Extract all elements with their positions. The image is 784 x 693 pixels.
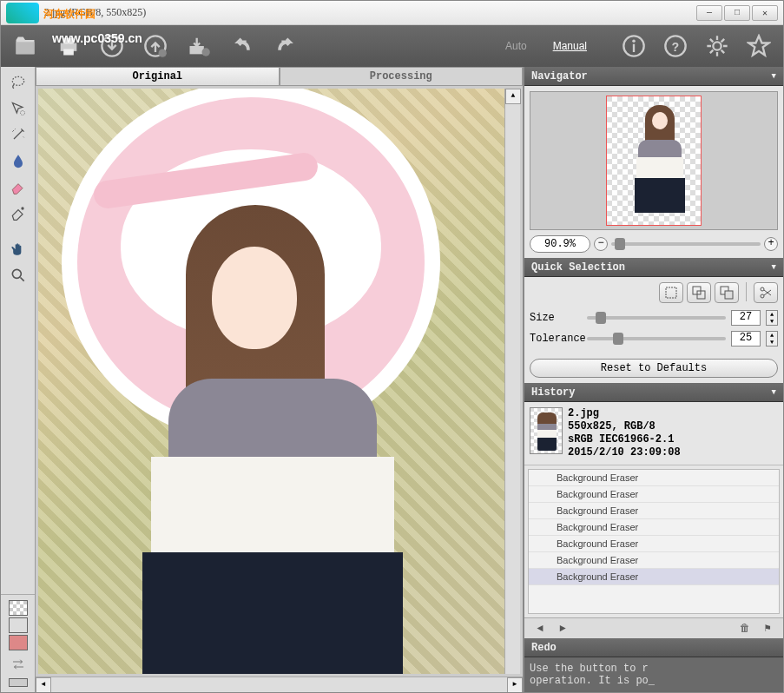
mode-auto[interactable]: Auto — [498, 36, 534, 56]
svg-point-17 — [12, 269, 21, 278]
mode-manual[interactable]: Manual — [546, 36, 594, 56]
zoom-tool[interactable] — [4, 263, 32, 287]
history-panel: 2.jpg 550x825, RGB/8 sRGB IEC61966-2.1 2… — [524, 402, 783, 638]
history-item[interactable]: Background Eraser — [529, 569, 779, 585]
redo-button[interactable] — [270, 30, 301, 62]
help-button[interactable]: ? — [660, 30, 691, 62]
quick-selection-header[interactable]: Quick Selection▼ — [524, 258, 783, 277]
svg-point-5 — [159, 50, 167, 57]
svg-point-23 — [761, 287, 764, 291]
favorite-button[interactable] — [743, 30, 774, 62]
svg-point-9 — [632, 39, 636, 43]
tolerance-slider[interactable] — [587, 337, 726, 340]
navigator-header[interactable]: Navigator▼ — [524, 67, 783, 86]
svg-rect-18 — [666, 287, 676, 298]
tolerance-spinner[interactable]: ▲▼ — [766, 331, 778, 346]
history-profile: sRGB IEC61966-2.1 — [568, 433, 681, 446]
history-item[interactable]: Background Eraser — [529, 470, 779, 486]
selection-subtract-button[interactable] — [715, 282, 739, 303]
drop-tool[interactable] — [4, 148, 32, 173]
undo-button[interactable] — [227, 30, 258, 62]
tab-processing[interactable]: Processing — [280, 67, 524, 86]
export-settings-button[interactable] — [183, 30, 214, 62]
selection-add-button[interactable] — [687, 282, 711, 303]
svg-text:?: ? — [672, 41, 679, 55]
size-value[interactable]: 27 — [731, 310, 761, 326]
color-swatch-2[interactable] — [9, 635, 28, 650]
zoom-out-button[interactable]: − — [594, 237, 608, 251]
watermark-url: www.pc0359.cn — [52, 31, 142, 45]
view-tabs: Original Processing — [36, 67, 523, 86]
history-item[interactable]: Background Eraser — [529, 536, 779, 552]
minimize-button[interactable]: — — [696, 5, 722, 21]
redo-header[interactable]: Redo — [524, 638, 783, 657]
history-header[interactable]: History▼ — [524, 383, 783, 402]
color-swatch-3[interactable] — [9, 678, 28, 687]
redo-title: Redo — [531, 642, 557, 654]
svg-point-14 — [12, 76, 23, 85]
history-footer: ◄ ► 🗑 ⚑ — [524, 617, 783, 638]
zoom-in-button[interactable]: + — [764, 237, 778, 251]
settings-button[interactable] — [702, 30, 733, 62]
navigator-thumbnail — [606, 96, 702, 226]
collapse-icon[interactable]: ▼ — [772, 72, 776, 81]
svg-point-24 — [761, 294, 764, 298]
app-logo-icon — [6, 3, 39, 23]
size-slider[interactable] — [587, 316, 726, 320]
history-item[interactable]: Background Eraser — [529, 519, 779, 536]
history-list[interactable]: Background EraserBackground EraserBackgr… — [528, 469, 780, 614]
navigator-title: Navigator — [531, 70, 588, 82]
history-thumbnail — [530, 407, 563, 454]
svg-rect-2 — [63, 50, 74, 56]
navigator-thumbnail-frame[interactable] — [530, 91, 778, 230]
horizontal-scrollbar[interactable]: ◄► — [36, 676, 523, 692]
maximize-button[interactable]: □ — [724, 5, 750, 21]
swap-colors-icon[interactable] — [4, 652, 32, 676]
lasso-tool[interactable] — [4, 70, 32, 95]
tolerance-value[interactable]: 25 — [731, 331, 761, 346]
collapse-icon[interactable]: ▼ — [772, 263, 776, 272]
svg-point-15 — [20, 111, 24, 116]
quick-select-tool[interactable] — [4, 96, 32, 121]
tolerance-label: Tolerance — [530, 333, 582, 345]
export-button[interactable] — [140, 30, 171, 62]
history-file-info: 2.jpg 550x825, RGB/8 sRGB IEC61966-2.1 2… — [524, 402, 783, 465]
reset-defaults-button[interactable]: Reset to Defaults — [530, 359, 778, 378]
history-filename: 2.jpg — [568, 407, 681, 420]
svg-rect-22 — [725, 291, 733, 299]
history-next-button[interactable]: ► — [554, 621, 571, 637]
transparency-swatch[interactable] — [9, 600, 28, 616]
history-flag-button[interactable]: ⚑ — [759, 621, 776, 637]
history-delete-button[interactable]: 🗑 — [736, 621, 754, 637]
history-item[interactable]: Background Eraser — [529, 503, 779, 519]
history-item[interactable]: Background Eraser — [529, 486, 779, 503]
tab-original[interactable]: Original — [36, 67, 280, 86]
size-spinner[interactable]: ▲▼ — [766, 310, 778, 326]
collapse-icon[interactable]: ▼ — [772, 388, 776, 397]
scissors-button[interactable] — [754, 282, 778, 303]
image-subject — [134, 205, 412, 674]
history-title: History — [531, 386, 575, 399]
image-canvas[interactable] — [38, 89, 504, 674]
close-button[interactable]: ✕ — [752, 5, 778, 21]
vertical-scrollbar[interactable]: ▲ — [504, 89, 520, 674]
body-area: Original Processing ▲ ◄► Navigator▼ — [1, 67, 783, 692]
background-eraser-tool[interactable] — [4, 201, 32, 225]
open-file-button[interactable] — [10, 30, 41, 62]
history-timestamp: 2015/2/10 23:09:08 — [568, 446, 681, 459]
size-label: Size — [530, 312, 582, 324]
magic-wand-tool[interactable] — [4, 122, 32, 147]
quick-selection-title: Quick Selection — [531, 261, 625, 274]
color-swatch-1[interactable] — [9, 617, 28, 633]
history-item[interactable]: Background Eraser — [529, 552, 779, 569]
redo-hint-1: Use the button to r — [530, 663, 778, 675]
hand-tool[interactable] — [4, 237, 32, 261]
eraser-tool[interactable] — [4, 175, 32, 199]
zoom-slider[interactable] — [611, 242, 761, 246]
selection-new-button[interactable] — [659, 282, 683, 303]
history-prev-button[interactable]: ◄ — [531, 621, 549, 637]
zoom-value[interactable]: 90.9% — [530, 235, 590, 253]
redo-panel: Use the button to r operation. It is po_ — [524, 657, 783, 692]
canvas-area: ▲ — [36, 86, 523, 676]
info-button[interactable] — [618, 30, 649, 62]
